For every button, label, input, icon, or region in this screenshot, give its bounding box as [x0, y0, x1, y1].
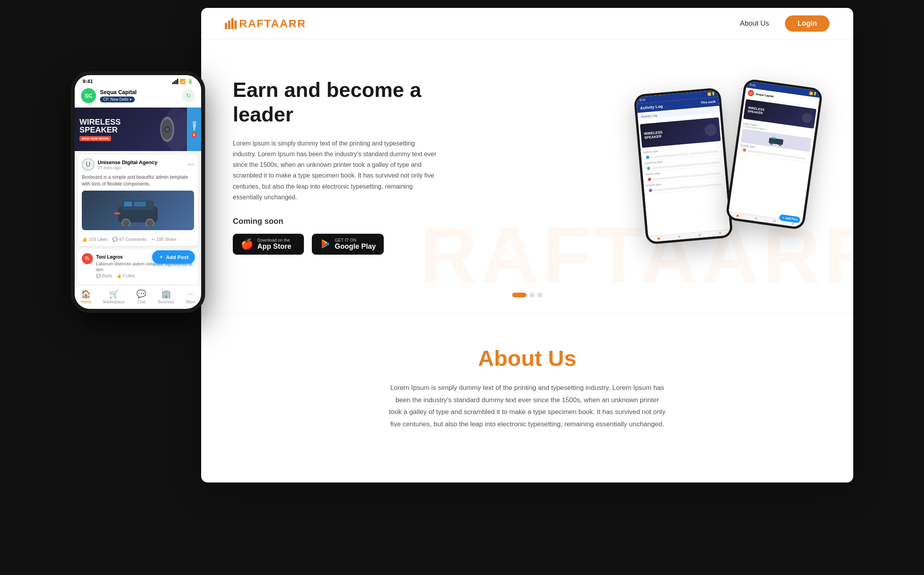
apple-icon: 🍎: [241, 238, 253, 250]
dot-2[interactable]: [530, 293, 534, 297]
google-play-large-text: Google Play: [335, 242, 376, 251]
phone-header: SC Sequa Capital CP, New Delhi ▾ ↻: [75, 84, 201, 108]
nav-item-marketplace[interactable]: 🛒 Marketplace: [103, 289, 124, 304]
mockup-phone-1: 9:41📶🔋 Activity LogThis week Activity Lo…: [634, 87, 733, 245]
mockup-screen-2: 9:41📶🔋 SC Sequa Capital WIRELESSSPEAKER …: [728, 81, 821, 228]
svg-point-2: [164, 126, 170, 132]
about-description: Lorem Ipsum is simply dummy text of the …: [389, 382, 666, 430]
dot-1[interactable]: [512, 293, 526, 297]
post-text: Boxboard is a simple and beautiful admin…: [82, 174, 194, 187]
logo-bars: [225, 18, 237, 29]
post-author: Unisense Digital Agency: [98, 159, 157, 165]
post-time: 27 mins ago: [98, 165, 157, 170]
navbar: RAFTAARR About Us Login: [201, 8, 853, 40]
add-post-button[interactable]: ＋ Add Post: [152, 250, 195, 264]
avatar: SC: [81, 88, 96, 103]
phone-mockup: 9:41 📶 🔋 SC Sequa: [71, 71, 213, 313]
google-play-small-text: GET IT ON: [335, 238, 376, 242]
google-play-icon: [320, 238, 331, 250]
location-badge: CP, New Delhi ▾: [100, 96, 135, 102]
phone-banner: WIRELESS SPEAKER BS30 NEW MOON SMMI 8: [75, 108, 201, 151]
banner-side: SMMI 8: [187, 108, 201, 151]
hero-section: Earn and become a leader Lorem Ipsum is …: [201, 40, 853, 285]
post-actions: 👍 103 Likes 💬 67 Comments ↩ 105 Share: [82, 233, 194, 242]
phone-status-bar: 9:41 📶 🔋: [75, 75, 201, 84]
svg-point-7: [146, 219, 154, 226]
plus-icon: ＋: [158, 253, 164, 261]
app-store-large-text: App Store: [257, 242, 291, 251]
svg-point-3: [166, 128, 169, 131]
status-icons: 📶 🔋: [172, 79, 193, 84]
nav-item-business[interactable]: 🏢 Business: [158, 289, 174, 304]
chat-icon: 💬: [136, 289, 146, 299]
nav-item-more[interactable]: ⋯ More: [186, 289, 195, 304]
about-title: About Us: [225, 345, 830, 371]
hero-title: Earn and become a leader: [233, 78, 470, 127]
about-us-link[interactable]: About Us: [740, 19, 769, 28]
phone-post: U Unisense Digital Agency 27 mins ago ••…: [78, 154, 198, 246]
pagination-dots: [201, 285, 853, 313]
svg-rect-10: [134, 202, 146, 206]
app-store-button[interactable]: 🍎 Download on the App Store: [233, 234, 304, 255]
hero-description: Lorem Ipsum is simply dummy text of the …: [233, 138, 438, 202]
phone-bottom-nav: 🏠 Home 🛒 Marketplace 💬 Chat 🏢 Business ⋯: [75, 286, 201, 309]
business-icon: 🏢: [161, 289, 171, 299]
dot-3[interactable]: [537, 293, 542, 297]
company-name: Sequa Capital: [100, 89, 137, 95]
battery-icon: 🔋: [187, 79, 193, 84]
phone-frame: 9:41 📶 🔋 SC Sequa: [71, 71, 205, 313]
more-icon: ⋯: [187, 289, 195, 299]
nav-item-home[interactable]: 🏠 Home: [81, 289, 91, 304]
chevron-down-icon: ▾: [130, 97, 132, 102]
svg-point-6: [122, 219, 130, 226]
refresh-button[interactable]: ↻: [182, 89, 195, 102]
login-button[interactable]: Login: [785, 15, 830, 32]
app-store-small-text: Download on the: [257, 238, 291, 242]
logo: RAFTAARR: [225, 17, 306, 30]
post-header: U Unisense Digital Agency 27 mins ago ••…: [82, 158, 194, 171]
mockup-screen-1: 9:41📶🔋 Activity LogThis week Activity Lo…: [636, 90, 730, 242]
post-options-button[interactable]: •••: [187, 161, 194, 168]
marketplace-icon: 🛒: [109, 289, 119, 299]
comment-avatar: TL: [82, 253, 93, 264]
post-avatar: U: [82, 158, 94, 171]
home-icon: 🏠: [81, 289, 91, 299]
mockup-phone-2: 9:41📶🔋 SC Sequa Capital WIRELESSSPEAKER …: [725, 78, 823, 230]
svg-point-1: [162, 119, 173, 140]
banner-text: WIRELESS SPEAKER BS30 NEW MOON: [79, 118, 121, 141]
about-section: About Us Lorem Ipsum is simply dummy tex…: [201, 313, 853, 462]
wifi-icon: 📶: [180, 79, 186, 84]
logo-text: RAFTAARR: [239, 17, 306, 30]
nav-item-chat[interactable]: 💬 Chat: [136, 289, 146, 304]
svg-rect-9: [124, 202, 132, 206]
google-play-button[interactable]: GET IT ON Google Play: [312, 234, 384, 255]
web-app: RAFTAARR About Us Login Earn and become …: [201, 8, 853, 482]
comment-replies: 💬 Reply 👍 2 Likes: [96, 274, 194, 278]
banner-main: WIRELESS SPEAKER BS30 NEW MOON: [75, 108, 187, 151]
nav-links: About Us Login: [740, 15, 830, 32]
svg-rect-8: [114, 212, 120, 214]
post-image: [82, 191, 194, 230]
phone-time: 9:41: [83, 78, 93, 84]
